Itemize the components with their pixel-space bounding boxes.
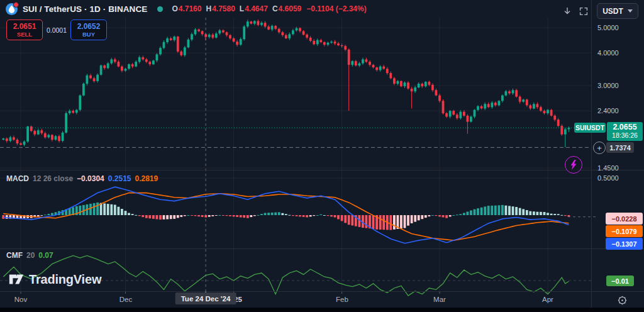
cmf-param: 20 (26, 251, 35, 260)
cmf-axis-label: −0.01 (606, 276, 634, 286)
time-axis-label: Dec (119, 295, 132, 304)
tradingview-chart-window: SUI / TetherUS · 1D · BINANCE O4.7160 H4… (0, 0, 644, 312)
macd-params: 12 26 close (33, 174, 73, 183)
instant-order-lightning-icon[interactable] (565, 156, 582, 174)
macd-axis-label: 0.5000 (597, 174, 619, 182)
sui-coin-logo (6, 3, 18, 15)
chevron-down-icon (628, 9, 633, 13)
buy-label: BUY (82, 31, 95, 38)
sell-label: SELL (17, 31, 32, 38)
tradingview-logo[interactable]: TradingView (8, 272, 101, 287)
high-value: 4.7580 (212, 4, 235, 13)
cmf-title: CMF (6, 251, 23, 260)
last-price-label: 2.0655 18:36:26 (607, 122, 643, 141)
macd-histogram (2, 203, 570, 230)
price-axis-label: 1.4500 (597, 164, 619, 172)
macd-line-axis-text: −0.1307 (611, 240, 636, 248)
close-label: C (272, 4, 278, 13)
time-axis-settings-gear-icon[interactable] (617, 295, 628, 308)
tradingview-logo-text: TradingView (29, 272, 101, 287)
macd-signal-axis-text: −0.1079 (611, 228, 636, 235)
notification-dot (13, 2, 19, 8)
crosshair-date-label: Tue 24 Dec '24 (175, 292, 236, 304)
price-axis-label: 3.0000 (597, 81, 619, 90)
macd-signal-value: 0.2819 (135, 174, 158, 183)
macd-line-value: 0.2515 (108, 174, 131, 183)
fullscreen-icon[interactable] (575, 4, 592, 18)
window-bottom-strip (0, 308, 644, 312)
symbol-status-bar: SUI / TetherUS · 1D · BINANCE O4.7160 H4… (0, 0, 591, 18)
macd-signal-axis-label: −0.1079 (606, 225, 643, 237)
market-status-dot[interactable] (157, 6, 163, 12)
cmf-value: 0.07 (38, 251, 53, 260)
currency-selector[interactable]: USDT (597, 3, 638, 19)
high-label: H (206, 4, 211, 13)
low-value: 4.4647 (245, 4, 268, 13)
macd-hist-value: −0.0304 (77, 174, 104, 183)
currency-label: USDT (602, 7, 623, 16)
symbol-flag-text: SUIUSDT (575, 124, 604, 131)
time-axis-label: Mar (433, 295, 446, 304)
crosshair-date-text: Tue 24 Dec '24 (181, 295, 231, 303)
open-label: O (172, 4, 177, 13)
bar-countdown: 18:36:26 (612, 131, 638, 140)
symbol-price-flag[interactable]: SUIUSDT (574, 123, 606, 133)
price-axis-label: 4.0000 (597, 48, 619, 57)
macd-line-axis-label: −0.1307 (606, 238, 643, 250)
chart-canvas[interactable] (0, 0, 644, 312)
time-axis-label: Apr (542, 295, 553, 304)
order-widget: 2.0651 SELL 0.0001 2.0652 BUY (6, 20, 107, 40)
tradingview-mark-icon (8, 272, 25, 287)
symbol-title[interactable]: SUI / TetherUS · 1D · BINANCE (23, 4, 147, 14)
macd-status-row: MACD 12 26 close −0.0304 0.2515 0.2819 (6, 174, 158, 183)
crosshair-price-label: 1.7374 (606, 142, 634, 153)
cmf-axis-text: −0.01 (611, 277, 629, 285)
open-value: 4.7160 (179, 4, 202, 13)
cmf-status-row: CMF 20 0.07 (6, 251, 53, 260)
macd-hist-axis-label: −0.0228 (606, 213, 643, 225)
last-price-value: 2.0655 (613, 123, 636, 131)
low-label: L (240, 4, 244, 13)
macd-title: MACD (6, 174, 29, 183)
crosshair-price-text: 1.7374 (609, 144, 631, 152)
ohlc-values: O4.7160 H4.7580 L4.4647 C4.6059 −0.1104 … (172, 4, 366, 13)
add-alert-plus-icon[interactable]: + (593, 142, 606, 154)
price-axis-label: 5.0000 (597, 23, 619, 32)
price-axis-label: 2.4000 (597, 106, 619, 115)
time-axis-label: Nov (14, 295, 27, 304)
sell-price: 2.0651 (13, 23, 36, 31)
close-value: 4.6059 (279, 4, 302, 13)
time-axis-label: Feb (336, 295, 348, 304)
sell-button[interactable]: 2.0651 SELL (6, 20, 43, 40)
buy-button[interactable]: 2.0652 BUY (70, 20, 107, 40)
download-icon[interactable] (559, 4, 575, 18)
macd-signal-line (3, 193, 569, 241)
buy-price: 2.0652 (77, 23, 101, 31)
chart-controls: USDT (559, 3, 638, 19)
change-value: −0.1104 (−2.34%) (306, 4, 366, 13)
spread-value: 0.0001 (43, 26, 70, 34)
macd-hist-axis-text: −0.0228 (611, 215, 636, 223)
